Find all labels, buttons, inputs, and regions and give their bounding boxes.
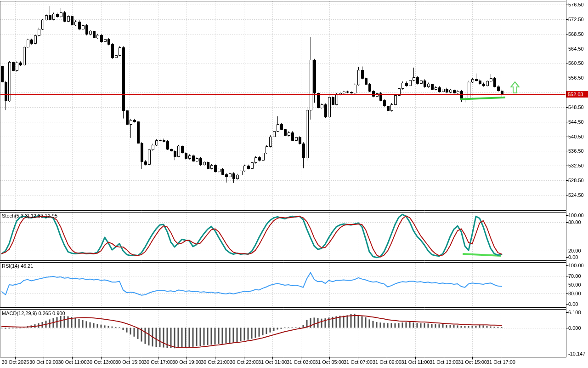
- stoch-indicator-label: Stoch(5,3,3) 12.33 12.95: [2, 213, 57, 218]
- macd-axis-tick-label: -10.147: [568, 351, 585, 356]
- stoch-axis-tick-label: 80.00: [568, 219, 581, 225]
- main-axis-tick-label: 540.50: [568, 134, 584, 139]
- time-axis-tick-label: 31 Oct 17:00: [486, 359, 515, 365]
- time-axis-tick-label: 30 Oct 15:00: [115, 359, 144, 365]
- macd-axis-tick-label: 0.000: [568, 325, 581, 331]
- rsi-axis-tick-label: 0.00: [568, 301, 578, 307]
- trading-chart-window: Stoch(5,3,3) 12.33 12.95 RSI(14) 46.21 M…: [0, 0, 588, 368]
- main-axis-tick-label: 568.50: [568, 31, 584, 37]
- time-axis-tick-label: 31 Oct 13:00: [430, 359, 458, 365]
- time-axis[interactable]: 30 Oct 202530 Oct 09:0030 Oct 11:0030 Oc…: [0, 357, 588, 368]
- time-axis-tick-label: 30 Oct 23:00: [230, 359, 259, 365]
- rsi-axis-tick-label: 30.00: [568, 291, 581, 296]
- time-axis-tick-label: 30 Oct 11:00: [58, 359, 86, 365]
- rsi-indicator-label: RSI(14) 46.21: [2, 263, 33, 269]
- time-axis-tick-label: 31 Oct 11:00: [401, 359, 430, 365]
- time-axis-tick-label: 30 Oct 19:00: [172, 359, 201, 365]
- time-axis-tick-label: 30 Oct 09:00: [29, 359, 58, 365]
- time-axis-tick-label: 30 Oct 2025: [2, 359, 29, 365]
- main-axis-tick-label: 560.50: [568, 60, 584, 66]
- main-axis-tick-label: 532.50: [568, 163, 584, 168]
- time-axis-tick-label: 30 Oct 21:00: [201, 359, 230, 365]
- time-axis-tick-label: 31 Oct 05:00: [315, 359, 344, 365]
- up-arrow-icon[interactable]: [510, 81, 520, 94]
- stoch-axis-tick-label: 20.00: [568, 248, 581, 253]
- time-axis-tick-label: 31 Oct 15:00: [458, 359, 487, 365]
- main-axis-tick-label: 544.50: [568, 119, 584, 125]
- macd-axis-tick-label: 6.108: [568, 310, 581, 315]
- main-axis-tick-label: 556.50: [568, 75, 584, 80]
- macd-indicator-label: MACD(12,29,9) 0.265 0.900: [2, 310, 65, 316]
- main-axis-tick-label: 564.50: [568, 46, 584, 52]
- time-axis-tick-label: 31 Oct 07:00: [344, 359, 373, 365]
- rsi-axis-tick-label: 50.00: [568, 282, 581, 288]
- up-arrow-shape: [511, 82, 519, 93]
- main-axis-tick-label: 528.50: [568, 178, 584, 183]
- stoch-axis-tick-label: 0.00: [568, 254, 578, 260]
- chart-canvas[interactable]: [0, 0, 588, 368]
- rsi-axis-tick-label: 100.00: [568, 263, 584, 268]
- time-axis-tick-label: 31 Oct 09:00: [373, 359, 401, 365]
- main-axis-tick-label: 576.50: [568, 2, 584, 7]
- time-axis-tick-label: 31 Oct 03:00: [287, 359, 316, 365]
- main-axis-tick-label: 548.50: [568, 104, 584, 110]
- main-axis-tick-label: 536.50: [568, 148, 584, 154]
- current-price-badge: 552.03: [566, 91, 588, 98]
- time-axis-tick-label: 30 Oct 17:00: [144, 359, 173, 365]
- time-axis-tick-label: 31 Oct 01:00: [258, 359, 287, 365]
- price-axis[interactable]: 576.50572.50568.50564.50560.50556.50548.…: [566, 0, 588, 357]
- time-axis-tick-label: 30 Oct 13:00: [87, 359, 116, 365]
- main-axis-tick-label: 524.50: [568, 192, 584, 198]
- stoch-axis-tick-label: 100.00: [568, 213, 584, 218]
- main-axis-tick-label: 572.50: [568, 17, 584, 22]
- rsi-axis-tick-label: 70.00: [568, 273, 581, 279]
